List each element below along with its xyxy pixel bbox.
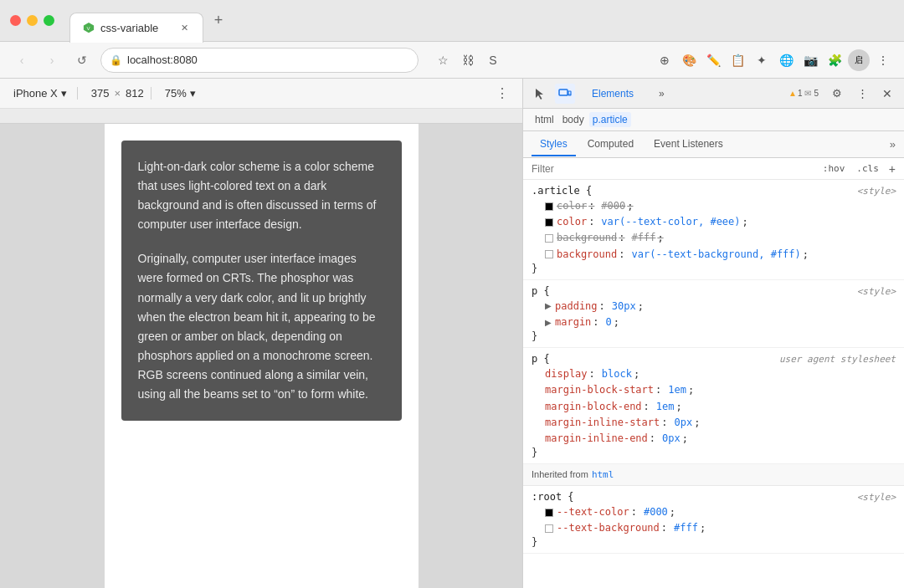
- prop-bg-fff: background : #fff ;: [545, 230, 896, 246]
- address-text: localhost:8080: [127, 54, 409, 66]
- tab-bar: V css-variable ✕ +: [69, 6, 894, 36]
- ext6-button[interactable]: 🌐: [775, 49, 797, 71]
- warning-badge[interactable]: ▲ 1 ✉ 5: [785, 84, 822, 104]
- zoom-selector[interactable]: 75% ▾: [158, 87, 203, 100]
- address-bar[interactable]: 🔒 localhost:8080: [100, 48, 419, 73]
- nav-actions: ☆ ⛓ S: [432, 49, 504, 71]
- panel-tab-more[interactable]: »: [890, 138, 896, 151]
- active-tab[interactable]: V css-variable ✕: [69, 13, 203, 43]
- rule-p-style-body: ▶ padding : 30px ; ▶ margin : 0: [532, 299, 896, 330]
- prop-margin-block-end: margin-block-end : 1em ;: [545, 399, 896, 415]
- devtools-close-button[interactable]: ✕: [877, 84, 897, 104]
- rule-article: .article { <style> color : #000 ;: [523, 180, 904, 280]
- ext7-button[interactable]: 📷: [799, 49, 821, 71]
- error-count: 5: [814, 89, 819, 98]
- device-dimensions: 375 × 812: [85, 87, 152, 100]
- article-paragraph-2: Originally, computer user interface imag…: [138, 249, 385, 404]
- viewport[interactable]: Light-on-dark color scheme is a color sc…: [0, 124, 522, 588]
- hov-button[interactable]: :hov: [819, 161, 849, 176]
- ext4-button[interactable]: 📋: [727, 49, 748, 71]
- nav-bar: ‹ › ↺ 🔒 localhost:8080 ☆ ⛓ S ⊕ 🎨 ✏️ 📋 ✦ …: [0, 42, 904, 79]
- browser-window: V css-variable ✕ + ‹ › ↺ 🔒 localhost:808…: [0, 0, 904, 588]
- ext8-button[interactable]: 🧩: [824, 49, 845, 71]
- breadcrumb-p-article[interactable]: p.article: [589, 112, 631, 127]
- prop-color-000: color : #000 ;: [545, 198, 896, 214]
- viewport-more-button[interactable]: ⋮: [496, 85, 509, 101]
- prop-margin-block-start: margin-block-start : 1em ;: [545, 382, 896, 398]
- close-traffic-light[interactable]: [10, 15, 21, 26]
- tab-favicon: V: [82, 21, 95, 34]
- menu-button[interactable]: ⋮: [872, 49, 894, 71]
- color-var-swatch[interactable]: [545, 218, 553, 227]
- devtools-settings-button[interactable]: ⚙: [827, 84, 847, 104]
- padding-expand[interactable]: ▶: [545, 299, 552, 313]
- prop-margin-inline-start: margin-inline-start : 0px ;: [545, 415, 896, 431]
- devtools-more-button[interactable]: ⋮: [852, 84, 872, 104]
- maximize-traffic-light[interactable]: [44, 15, 54, 26]
- zoom-dropdown-icon: ▾: [190, 87, 196, 100]
- color-000-swatch[interactable]: [545, 202, 553, 211]
- article-container: Light-on-dark color scheme is a color sc…: [121, 141, 402, 421]
- text-bg-swatch[interactable]: [545, 524, 553, 533]
- tab-elements[interactable]: Elements: [583, 84, 642, 103]
- inherited-tag[interactable]: html: [592, 469, 614, 480]
- extensions-s-button[interactable]: S: [482, 49, 504, 71]
- breadcrumb-html[interactable]: html: [532, 112, 557, 127]
- bg-var-swatch[interactable]: [545, 250, 553, 258]
- link-button[interactable]: ⛓: [457, 49, 479, 71]
- inspector-cursor-button[interactable]: [530, 84, 550, 104]
- tab-close-button[interactable]: ✕: [177, 21, 191, 34]
- rule-p-ua: p { user agent stylesheet display : bloc…: [523, 348, 904, 464]
- tab-event-listeners[interactable]: Event Listeners: [645, 133, 732, 156]
- bg-fff-swatch[interactable]: [545, 234, 553, 243]
- panel-tabs: Styles Computed Event Listeners »: [523, 131, 904, 158]
- rule-p-style-source: <style>: [857, 286, 896, 297]
- prop-margin-inline-end: margin-inline-end : 0px ;: [545, 431, 896, 447]
- rule-root-source: <style>: [857, 492, 896, 503]
- back-button[interactable]: ‹: [10, 49, 33, 72]
- tab-styles[interactable]: Styles: [532, 133, 576, 156]
- selector-p-style-text: p {: [532, 285, 550, 297]
- lock-icon: 🔒: [110, 54, 122, 66]
- ext2-button[interactable]: 🎨: [678, 49, 700, 71]
- main-area: iPhone X ▾ 375 × 812 75% ▾ ⋮: [0, 79, 904, 588]
- styles-panel: :hov .cls + .article { <style>: [523, 158, 904, 588]
- article-paragraph-1: Light-on-dark color scheme is a color sc…: [138, 157, 385, 234]
- device-selector[interactable]: iPhone X ▾: [13, 87, 78, 100]
- new-tab-button[interactable]: +: [207, 9, 230, 33]
- ext3-button[interactable]: ✏️: [702, 49, 724, 71]
- title-bar: V css-variable ✕ +: [0, 0, 904, 42]
- breadcrumb-bar: html body p.article: [523, 109, 904, 131]
- rule-p-style-close-brace: }: [532, 330, 896, 342]
- filter-input[interactable]: [532, 163, 813, 175]
- devtools-main-tabs: Elements: [583, 84, 642, 103]
- prop-text-color: --text-color : #000 ;: [545, 504, 896, 520]
- forward-button[interactable]: ›: [40, 49, 64, 72]
- nav-right-buttons: ⊕ 🎨 ✏️ 📋 ✦ 🌐 📷 🧩 启 ⋮: [654, 49, 894, 71]
- devtools-toolbar: Elements » ▲ 1 ✉ 5 ⚙ ⋮ ✕: [523, 79, 904, 109]
- tab-computed[interactable]: Computed: [579, 133, 642, 156]
- rule-p-ua-close-brace: }: [532, 447, 896, 458]
- tab-more[interactable]: »: [650, 84, 673, 103]
- add-style-button[interactable]: +: [889, 162, 896, 176]
- reload-button[interactable]: ↺: [70, 49, 94, 72]
- prop-bg-var: background : var(--text-background, #fff…: [545, 247, 896, 263]
- inherited-header: Inherited from html: [523, 464, 904, 486]
- cls-button[interactable]: .cls: [853, 161, 882, 176]
- text-color-swatch[interactable]: [545, 509, 553, 517]
- rule-p-ua-selector: p { user agent stylesheet: [532, 353, 896, 365]
- profile-button[interactable]: 启: [848, 49, 870, 71]
- breadcrumb-body[interactable]: body: [559, 112, 588, 127]
- device-name: iPhone X: [13, 87, 58, 100]
- phone-content: Light-on-dark color scheme is a color sc…: [105, 124, 419, 437]
- minimize-traffic-light[interactable]: [27, 15, 38, 26]
- selector-p-ua-text: p {: [532, 353, 550, 365]
- prop-display: display : block ;: [545, 366, 896, 382]
- ext1-button[interactable]: ⊕: [654, 49, 675, 71]
- ext5-button[interactable]: ✦: [751, 49, 773, 71]
- margin-expand[interactable]: ▶: [545, 316, 552, 330]
- rule-root-body: --text-color : #000 ; --text-background …: [532, 504, 896, 536]
- tab-title: css-variable: [100, 22, 172, 34]
- bookmark-button[interactable]: ☆: [432, 49, 454, 71]
- device-emulation-button[interactable]: [555, 84, 575, 104]
